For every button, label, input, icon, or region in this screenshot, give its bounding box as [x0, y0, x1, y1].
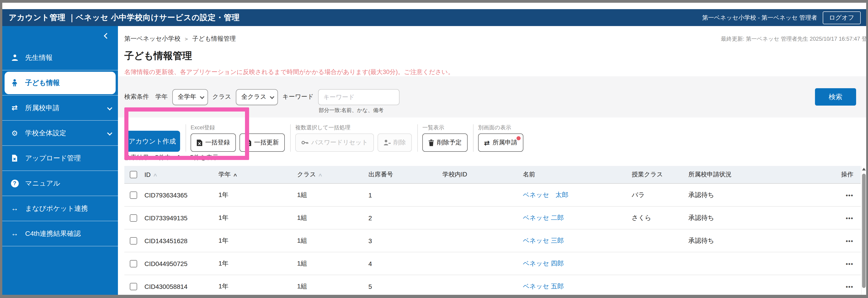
app-header: アカウント管理 ｜ベネッセ 小中学校向けサービスの設定・管理 第一ベネッセ小学校… [2, 9, 866, 26]
sidebar-item-c4th[interactable]: ↔ C4th連携結果確認 [2, 221, 118, 246]
sidebar-item-children[interactable]: 子ども情報 [2, 70, 118, 95]
sidebar-item-school-settings[interactable]: ⚙ 学校全体設定 [2, 121, 118, 146]
cell-name-link[interactable]: ベネッセ 五郎 [523, 282, 632, 291]
upload-icon [9, 154, 20, 162]
vertical-scrollbar[interactable] [861, 166, 866, 295]
cell-number: 3 [368, 237, 442, 244]
notification-dot [516, 136, 520, 140]
screenshot-canvas: アカウント管理 ｜ベネッセ 小中学校向けサービスの設定・管理 第一ベネッセ小学校… [0, 0, 868, 298]
grade-select[interactable]: 全学年 [172, 89, 208, 105]
cell-request-status: 承認待ち [688, 214, 791, 222]
cell-grade: 1年 [218, 259, 297, 268]
column-header-grade[interactable]: 学年 ∧ [218, 171, 297, 179]
chevron-down-icon [270, 94, 274, 99]
filter-condition-label: 検索条件 [124, 93, 149, 101]
sort-caret-icon: ∧ [318, 172, 323, 177]
sidebar-item-upload[interactable]: アップロード管理 [2, 146, 118, 171]
row-actions-button[interactable]: ••• [846, 283, 854, 290]
row-checkbox[interactable] [130, 283, 137, 290]
chevron-down-icon [107, 106, 113, 111]
breadcrumb-current: 子ども情報管理 [192, 35, 236, 43]
select-all-checkbox[interactable] [130, 171, 137, 178]
trash-icon [428, 139, 434, 146]
column-header-class[interactable]: クラス ∧ [297, 171, 368, 179]
row-checkbox[interactable] [130, 191, 137, 199]
teacher-icon [9, 54, 20, 61]
toolbar-group-bulk-process: 複数選択して一括処理 パスワードリセット [290, 124, 412, 152]
toolbar-group-other-screen: 別画面の表示 ⇄ 所属申請 [473, 124, 523, 152]
key-icon [301, 140, 309, 146]
keyword-hint: 部分一致:名前、かな、備考 [319, 107, 383, 114]
app-title: アカウント管理 ｜ベネッセ 小中学校向けサービスの設定・管理 [9, 12, 240, 23]
sidebar-item-manabi-pocket[interactable]: ↔ まなびポケット連携 [2, 196, 118, 221]
affiliation-request-button[interactable]: ⇄ 所属申請 [478, 133, 523, 152]
cell-number: 5 [368, 283, 442, 290]
sidebar-item-school-request[interactable]: ⇄ 所属校申請 [2, 95, 118, 121]
toolbar-group-list-view: 一覧表示 削除予定 [417, 124, 468, 152]
row-checkbox[interactable] [130, 260, 137, 267]
window-top-gap [2, 3, 866, 9]
row-actions-button[interactable]: ••• [846, 260, 854, 267]
sidebar-item-label: アップロード管理 [25, 154, 81, 162]
class-select[interactable]: 全クラス [236, 89, 278, 105]
user-minus-icon [383, 140, 391, 146]
chevron-down-icon [107, 130, 113, 136]
cell-grade: 1年 [218, 214, 297, 222]
grade-select-value: 全学年 [178, 93, 196, 101]
excel-file-icon [196, 139, 203, 146]
cell-number: 2 [368, 214, 442, 221]
row-actions-button[interactable]: ••• [846, 192, 854, 199]
keyword-input[interactable] [318, 89, 400, 105]
row-actions-button[interactable]: ••• [846, 215, 854, 221]
cell-id: CID044950725 [145, 260, 218, 267]
cell-number: 1 [368, 191, 442, 199]
action-toolbar: アカウント作成 Excel登録 一括登録 [124, 118, 860, 152]
cell-name-link[interactable]: ベネッセ 三郎 [523, 237, 632, 245]
sidebar-item-label: マニュアル [25, 179, 60, 188]
row-actions-button[interactable]: ••• [846, 237, 854, 244]
row-checkbox[interactable] [130, 214, 137, 221]
password-reset-button[interactable]: パスワードリセット [295, 133, 374, 152]
cell-id: CID793634365 [145, 191, 218, 199]
logged-in-user: 第一ベネッセ小学校 - 第一ベネッセ 管理者 [702, 13, 817, 22]
column-header-id[interactable]: ID ∧ [145, 171, 218, 178]
cell-grade: 1年 [218, 237, 297, 245]
search-button[interactable]: 検索 [815, 88, 856, 106]
sidebar-item-label: 学校全体設定 [25, 129, 66, 137]
scroll-up-arrow-icon[interactable] [862, 168, 866, 171]
chevron-down-icon [200, 94, 204, 99]
cell-name-link[interactable]: ベネッセ 太郎 [523, 191, 632, 199]
excel-file-icon [245, 139, 251, 146]
sidebar-collapse-button[interactable] [2, 26, 118, 45]
search-filter-bar: 検索条件 学年 全学年 クラス 全クラス キーワード 部分一致:名前、かな、備考 [118, 76, 866, 117]
cell-name-link[interactable]: ベネッセ 四郎 [523, 259, 632, 268]
bulk-register-button[interactable]: 一括登録 [191, 133, 236, 152]
create-account-button[interactable]: アカウント作成 [124, 131, 180, 152]
sidebar-item-label: 先生情報 [25, 53, 53, 62]
toolbar-group-label: 一覧表示 [422, 124, 468, 131]
bulk-update-button[interactable]: 一括更新 [240, 133, 285, 152]
sidebar-item-manual[interactable]: ? マニュアル [2, 171, 118, 196]
sidebar-item-teachers[interactable]: 先生情報 [2, 45, 118, 70]
column-header-lesson-class: 授業クラス [632, 171, 688, 179]
button-label: 削除 [394, 139, 406, 147]
table-row: CID430058814 1年 1組 5 ベネッセ 五郎 ••• [124, 275, 861, 295]
scheduled-delete-button[interactable]: 削除予定 [422, 133, 468, 152]
toolbar-group-excel: Excel登録 一括登録 [186, 124, 285, 152]
logoff-button[interactable]: ログオフ [823, 11, 861, 24]
cell-request-status: 承認待ち [688, 237, 791, 245]
cell-class: 1組 [297, 282, 368, 291]
delete-users-button[interactable]: 削除 [377, 133, 412, 152]
breadcrumb-school-link[interactable]: 第一ベネッセ小学校 [124, 35, 181, 43]
cell-id: CID430058814 [145, 283, 218, 290]
results-summary: 検索結果 5件中 1 ～ 5件を表示 [124, 154, 860, 163]
cell-name-link[interactable]: ベネッセ 二郎 [523, 214, 632, 222]
gear-icon: ⚙ [9, 129, 20, 137]
table-row: CID793634365 1年 1組 1 ベネッセ 太郎 バラ 承認待ち ••• [124, 184, 861, 207]
row-checkbox[interactable] [130, 237, 137, 244]
table-row: CID044950725 1年 1組 4 ベネッセ 四郎 ••• [124, 252, 861, 275]
scrollbar-thumb[interactable] [862, 174, 866, 288]
cell-class: 1組 [297, 191, 368, 199]
swap-icon: ⇄ [484, 139, 490, 146]
column-header-name: 名前 [523, 171, 632, 179]
